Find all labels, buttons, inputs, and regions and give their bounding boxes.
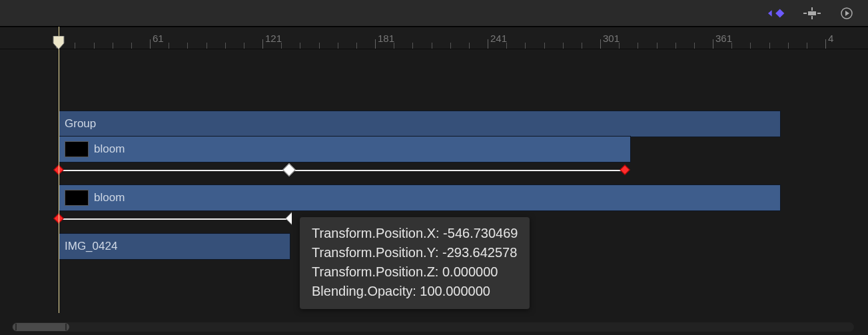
tooltip-line: Transform.Position.Y: -293.642578 — [312, 243, 518, 262]
ruler-tick-label: 61 — [153, 33, 164, 44]
svg-marker-8 — [845, 11, 849, 16]
svg-rect-3 — [803, 13, 807, 14]
preview-loop-icon[interactable] — [837, 7, 856, 20]
tooltip-line: Transform.Position.Z: 0.000000 — [312, 262, 518, 282]
ruler-tick-label: 301 — [603, 33, 620, 44]
keyframe-value-tooltip: Transform.Position.X: -546.730469Transfo… — [300, 217, 530, 309]
group-label: Group — [65, 117, 96, 131]
playhead-line[interactable] — [59, 27, 59, 313]
group-track[interactable]: Group — [59, 111, 781, 137]
keyframe-lane-1[interactable] — [59, 170, 625, 171]
svg-rect-6 — [811, 16, 813, 19]
tooltip-line: Transform.Position.X: -546.730469 — [312, 224, 518, 243]
svg-marker-0 — [768, 10, 772, 16]
keyframe-end-icon[interactable] — [620, 165, 630, 175]
clip-label: bloom — [94, 143, 125, 156]
svg-rect-4 — [817, 13, 821, 14]
clip-track-2[interactable]: bloom — [59, 184, 781, 211]
clip-thumbnail-icon — [65, 190, 89, 206]
scrollbar-thumb[interactable] — [13, 323, 69, 331]
keyframe-half-icon[interactable] — [285, 212, 298, 225]
snapping-icon[interactable] — [803, 7, 821, 20]
playhead-marker-icon[interactable] — [52, 36, 65, 51]
ruler-tick-label: 121 — [265, 33, 282, 44]
toolbar — [0, 0, 868, 27]
svg-rect-5 — [811, 7, 813, 11]
ruler-tick-label: 181 — [378, 33, 394, 44]
clip-label: IMG_0424 — [65, 240, 117, 253]
ruler-tick-label: 4 — [828, 33, 833, 44]
keyframe-lane-2[interactable] — [59, 218, 292, 220]
clip-label: bloom — [94, 191, 125, 204]
tooltip-line: Blending.Opacity: 100.000000 — [312, 282, 518, 301]
clip-track-1[interactable]: bloom — [59, 136, 631, 163]
keyframe-icon[interactable] — [282, 163, 296, 176]
horizontal-scrollbar[interactable] — [12, 322, 854, 332]
svg-rect-1 — [775, 9, 784, 17]
clip-thumbnail-icon — [65, 141, 89, 157]
ruler-tick-label: 241 — [490, 33, 507, 44]
time-ruler[interactable]: 611211812413013614 — [0, 27, 868, 49]
svg-rect-2 — [808, 11, 816, 15]
clip-track-3[interactable]: IMG_0424 — [59, 233, 290, 260]
keyframe-nav-icon[interactable] — [768, 7, 787, 20]
ruler-tick-label: 361 — [715, 33, 732, 44]
